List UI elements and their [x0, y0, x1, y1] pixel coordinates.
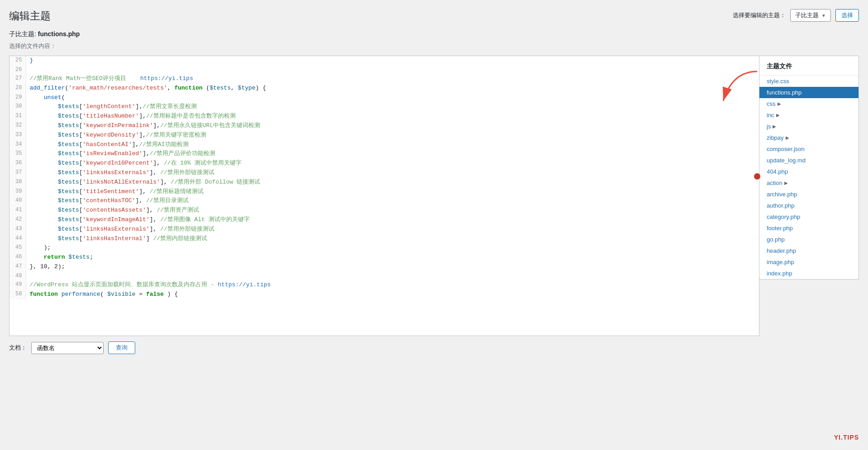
file-item-footer-php[interactable]: footer.php [759, 223, 859, 234]
folder-arrow-css: ▶ [778, 101, 781, 106]
table-row: 28 add_filter('rank_math/researches/test… [9, 84, 759, 93]
table-row: 40 $tests['contentHasTOC'], //禁用目录测试 [9, 196, 759, 206]
collapse-indicator[interactable] [754, 173, 760, 180]
theme-selector-label: 选择要编辑的主题： [733, 11, 786, 19]
table-row: 47 }, 10, 2); [9, 262, 759, 272]
file-item-author-php[interactable]: author.php [759, 200, 859, 211]
line-number: 46 [9, 253, 26, 262]
file-link-update-log[interactable]: update_log.md [767, 157, 806, 164]
file-item-action[interactable]: action ▶ [759, 177, 859, 189]
folder-arrow-inc: ▶ [776, 113, 780, 118]
file-link-author-php[interactable]: author.php [767, 202, 794, 209]
line-number: 47 [9, 262, 26, 272]
file-link-inc[interactable]: inc [767, 112, 774, 118]
line-number: 28 [9, 84, 26, 93]
theme-dropdown-value: 子比主题 [795, 11, 819, 19]
file-link-archive-php[interactable]: archive.php [767, 191, 797, 198]
file-item-image-php[interactable]: image.php [759, 256, 859, 268]
subtitle: 子比主题: functions.php [9, 30, 859, 38]
brand-watermark: YI.TIPS [834, 434, 859, 441]
line-code: $tests['contentHasTOC'], //禁用目录测试 [26, 196, 759, 206]
folder-arrow-action: ▶ [784, 180, 788, 185]
line-number: 37 [9, 168, 26, 178]
line-number: 29 [9, 93, 26, 103]
line-number: 50 [9, 290, 26, 299]
function-name-select[interactable]: 函数名 [31, 342, 104, 354]
line-code [26, 66, 759, 74]
table-row: 46 return $tests; [9, 253, 759, 262]
file-item-header-php[interactable]: header.php [759, 245, 859, 256]
table-row: 31 $tests['titleHasNumber'],//禁用标题中是否包含数… [9, 112, 759, 121]
line-number: 25 [9, 56, 26, 66]
content-area: 编辑主题 选择要编辑的主题： 子比主题 ▼ 选择 子比主题: functions… [0, 0, 868, 363]
file-link-category-php[interactable]: category.php [767, 213, 800, 220]
line-code: $tests['hasContentAI'],//禁用AI功能检测 [26, 140, 759, 150]
file-link-action[interactable]: action [767, 180, 783, 186]
file-item-404-php[interactable]: 404.php [759, 166, 859, 177]
line-code: $tests['linksHasExternals'], //禁用外部链接测试 [26, 225, 759, 234]
bottom-bar-label: 文档： [9, 344, 27, 352]
file-tree: 主题文件 style.css functions.php css ▶ inc ▶ [759, 56, 859, 279]
line-number: 27 [9, 74, 26, 84]
table-row: 35 $tests['isReviewEnabled'],//禁用产品评价功能检… [9, 149, 759, 159]
line-number: 38 [9, 178, 26, 187]
table-row: 32 $tests['keywordInPermalink'],//禁用永久链接… [9, 121, 759, 131]
line-code: //WordPress 站点显示页面加载时间、数据库查询次数及内存占用 - ht… [26, 280, 759, 290]
code-table: 25 } 26 27 //禁用Rank Math一些SEO评分项目 https:… [9, 56, 759, 299]
file-link-index-php[interactable]: index.php [767, 270, 792, 277]
line-code: $tests['keywordDensity'],//禁用关键字密度检测 [26, 131, 759, 140]
line-code: $tests['linksHasInternal'] //禁用内部链接测试 [26, 234, 759, 244]
line-number: 30 [9, 102, 26, 112]
line-code: $tests['keywordIn10Percent'], //在 10% 测试… [26, 159, 759, 168]
file-link-image-php[interactable]: image.php [767, 259, 794, 265]
table-row: 26 [9, 66, 759, 74]
file-item-css[interactable]: css ▶ [759, 98, 859, 109]
line-code: $tests['keywordInImageAlt'], //禁用图像 Alt … [26, 215, 759, 225]
file-item-go-php[interactable]: go.php [759, 234, 859, 245]
line-code: $tests['linksNotAllExternals'], //禁用外部 D… [26, 178, 759, 187]
file-item-index-php[interactable]: index.php [759, 268, 859, 279]
file-link-composer-json[interactable]: composer.json [767, 146, 805, 152]
table-row: 39 $tests['titleSentiment'], //禁用标题情绪测试 [9, 187, 759, 197]
line-number: 48 [9, 272, 26, 280]
subtitle-file: functions.php [38, 30, 80, 38]
theme-dropdown[interactable]: 子比主题 ▼ [790, 9, 831, 22]
file-item-inc[interactable]: inc ▶ [759, 109, 859, 121]
file-label-functions-php: functions.php [767, 89, 802, 96]
file-link-404-php[interactable]: 404.php [767, 168, 788, 175]
file-link-css[interactable]: css [767, 100, 776, 107]
file-item-zibpay[interactable]: zibpay ▶ [759, 132, 859, 143]
file-link-zibpay[interactable]: zibpay [767, 134, 784, 141]
line-code: } [26, 56, 759, 66]
file-link-style-css[interactable]: style.css [767, 78, 789, 85]
line-number: 49 [9, 280, 26, 290]
file-item-style-css[interactable]: style.css [759, 76, 859, 87]
table-row: 48 [9, 272, 759, 280]
line-number: 41 [9, 206, 26, 215]
line-number: 31 [9, 112, 26, 121]
folder-arrow-js: ▶ [773, 124, 776, 129]
file-item-category-php[interactable]: category.php [759, 211, 859, 223]
file-item-functions-php[interactable]: functions.php [759, 87, 859, 98]
file-item-composer-json[interactable]: composer.json [759, 143, 859, 155]
file-item-update-log[interactable]: update_log.md [759, 155, 859, 166]
file-link-header-php[interactable]: header.php [767, 247, 796, 254]
sidebar-wrapper: 主题文件 style.css functions.php css ▶ inc ▶ [759, 56, 859, 336]
line-number: 36 [9, 159, 26, 168]
table-row: 49 //WordPress 站点显示页面加载时间、数据库查询次数及内存占用 -… [9, 280, 759, 290]
line-number: 40 [9, 196, 26, 206]
line-code: $tests['titleHasNumber'],//禁用标题中是否包含数字的检… [26, 112, 759, 121]
file-link-footer-php[interactable]: footer.php [767, 225, 793, 232]
line-code: $tests['lengthContent'],//禁用文章长度检测 [26, 102, 759, 112]
table-row: 34 $tests['hasContentAI'],//禁用AI功能检测 [9, 140, 759, 150]
select-theme-button[interactable]: 选择 [835, 9, 859, 22]
table-row: 25 } [9, 56, 759, 66]
line-code [26, 272, 759, 280]
file-item-js[interactable]: js ▶ [759, 121, 859, 132]
file-item-archive-php[interactable]: archive.php [759, 189, 859, 200]
line-code: $tests['linksHasExternals'], //禁用外部链接测试 [26, 168, 759, 178]
file-link-js[interactable]: js [767, 123, 771, 130]
file-link-go-php[interactable]: go.php [767, 236, 785, 243]
code-editor[interactable]: 25 } 26 27 //禁用Rank Math一些SEO评分项目 https:… [9, 56, 759, 336]
query-button[interactable]: 查询 [108, 341, 135, 354]
